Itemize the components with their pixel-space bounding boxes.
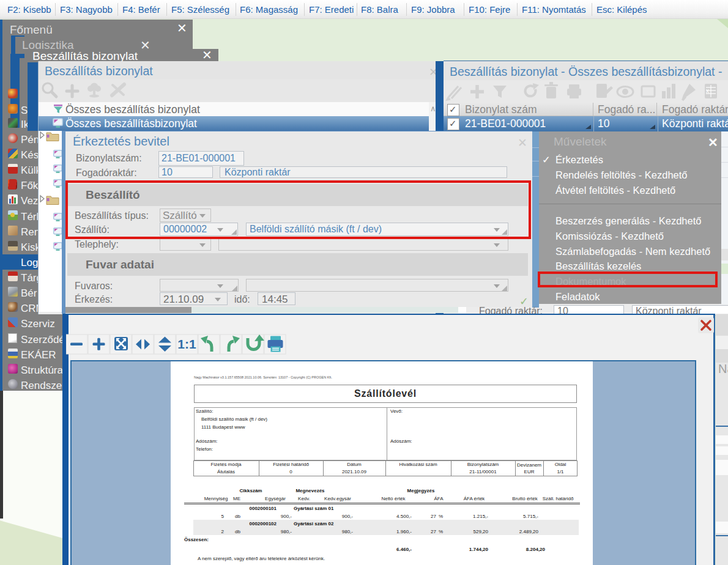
svg-text:1:1: 1:1 — [177, 337, 196, 351]
svg-text:x: x — [706, 87, 709, 94]
